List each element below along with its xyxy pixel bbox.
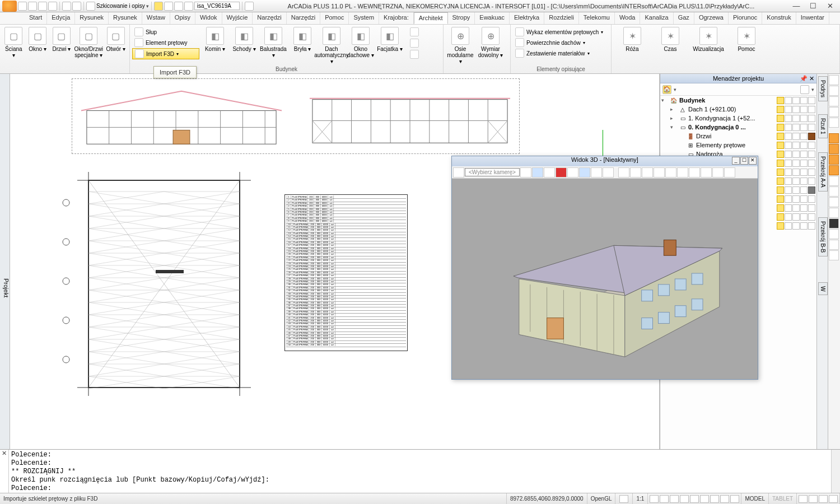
vtool-13[interactable] (829, 250, 839, 260)
qat-undo-icon[interactable] (62, 2, 71, 11)
pm-grid-icon[interactable] (800, 85, 809, 94)
ribbon-tab-stropy[interactable]: Stropy (448, 12, 475, 24)
ribbon-tab-konstruk[interactable]: Konstruk (762, 12, 796, 24)
v3-b13[interactable] (665, 167, 676, 178)
vtool-4[interactable] (829, 107, 839, 117)
rbtn-komin[interactable]: ◧Komin ▾ (200, 26, 230, 66)
rbtn-okno[interactable]: ▢Okno ▾ (26, 26, 49, 53)
rbtn-drzwi[interactable]: ▢Drzwi ▾ (50, 26, 73, 53)
ribbon-tab-woda[interactable]: Woda (615, 12, 641, 24)
ribbon-tab-wstaw[interactable]: Wstaw (142, 12, 170, 24)
st-j4[interactable] (829, 495, 838, 503)
side-tab-przekrój-a-a[interactable]: Przekrój A-A (818, 152, 828, 192)
ribbon-tab-edycja[interactable]: Edycja (47, 12, 75, 24)
st-j1[interactable] (799, 495, 808, 503)
st-i2[interactable] (660, 495, 669, 503)
qat-color-icon[interactable] (184, 2, 193, 11)
v3-b5[interactable] (567, 167, 578, 178)
rbtn-róża[interactable]: ✶Róża (614, 26, 651, 53)
v3-b10[interactable] (630, 167, 641, 178)
st-i1[interactable] (650, 495, 659, 503)
ribbon-tab-pomoc[interactable]: Pomoc (320, 12, 349, 24)
st-j3[interactable] (819, 495, 828, 503)
status-tablet[interactable]: TABLET (769, 493, 797, 504)
rbtn-ściana[interactable]: ▢Ściana ▾ (2, 26, 25, 59)
rbtn-zestawienie-materiałów[interactable]: Zestawienie materiałów ▾ (513, 48, 605, 58)
rbtn-otwór[interactable]: ▢Otwór ▾ (104, 26, 127, 53)
v3-b11[interactable] (642, 167, 653, 178)
view3d-min-icon[interactable]: _ (732, 157, 740, 165)
vtool-7[interactable] (829, 186, 839, 197)
sm-ico-b[interactable] (410, 39, 419, 48)
ribbon-tab-rysunek[interactable]: Rysunek (109, 12, 142, 24)
qat-print-icon[interactable] (48, 2, 57, 11)
ribbon-tab-rozdzieli[interactable]: Rozdzieli (544, 12, 579, 24)
ribbon-tab-ogrzewa[interactable]: Ogrzewa (694, 12, 729, 24)
rbtn-osie-modularne[interactable]: ⊕Osie modularne ▾ (446, 26, 475, 66)
qat-layer-name[interactable]: isa_VC9619A (194, 2, 240, 10)
v3-b15[interactable] (689, 167, 700, 178)
view3d-close-icon[interactable]: ✕ (749, 157, 757, 165)
status-model[interactable]: MODEL (741, 493, 769, 504)
qat-sketch-icon[interactable] (86, 2, 95, 11)
vtool-12[interactable] (829, 240, 839, 250)
qat-new-icon[interactable] (18, 2, 27, 11)
ribbon-tab-wyjście[interactable]: Wyjście (222, 12, 253, 24)
ribbon-tab-gaz[interactable]: Gaz (674, 12, 694, 24)
rbtn-import-f3d[interactable]: Import F3D ▾ (132, 48, 199, 59)
v3-b6[interactable] (579, 167, 590, 178)
v3-b18[interactable] (724, 167, 735, 178)
vtool-arc[interactable] (829, 144, 839, 154)
status-axes-icon[interactable] (619, 495, 628, 503)
rbtn-okno/drzwi specjalne[interactable]: ▢Okno/Drzwi specjalne ▾ (74, 26, 103, 59)
tree-row[interactable]: ▾🏠Budynek (660, 96, 816, 105)
view3d-max-icon[interactable]: ☐ (740, 157, 748, 165)
st-i6[interactable] (700, 495, 709, 503)
cmd-close-icon[interactable]: ✕ (0, 450, 9, 493)
tree-row[interactable]: ⊞Elementy prętowe (660, 141, 816, 150)
ribbon-tab-rysunek[interactable]: Rysunek (75, 12, 109, 24)
ribbon-tab-telekomu[interactable]: Telekomu (579, 12, 615, 24)
vtool-dim[interactable] (829, 165, 839, 175)
v3-cam-icon[interactable] (453, 167, 464, 178)
v3-b1[interactable] (520, 167, 531, 178)
sm-ico-c[interactable] (410, 50, 419, 59)
v3-b8[interactable] (603, 167, 614, 178)
st-i7[interactable] (710, 495, 719, 503)
v3-b7[interactable] (591, 167, 602, 178)
vtool-1[interactable] (829, 75, 839, 85)
qat-lock-icon[interactable] (174, 2, 183, 11)
rbtn-okno-dachowe[interactable]: ◧Okno dachowe ▾ (346, 26, 375, 66)
v3-b3[interactable] (544, 167, 555, 178)
rbtn-element-prętowy[interactable]: Element prętowy (132, 38, 199, 48)
rbtn-powierzchnie-dachów[interactable]: Powierzchnie dachów ▾ (513, 38, 605, 48)
vtool-9[interactable] (829, 208, 839, 218)
vtool-8[interactable] (829, 197, 839, 207)
rbtn-schody[interactable]: ◧Schody ▾ (230, 26, 259, 66)
command-log[interactable]: Polecenie: Polecenie: ** ROZCIĄGNIJ ** O… (9, 450, 831, 493)
vtool-3[interactable] (829, 96, 839, 106)
tree-row[interactable]: ▸▭1. Kondygnacja 1 (+52... (660, 114, 816, 123)
ribbon-tab-architekt[interactable]: Architekt (414, 12, 448, 24)
side-tab-podrys[interactable]: Podrys (818, 76, 828, 101)
rbtn-wizualizacja[interactable]: ✶Wizualizacja (690, 26, 727, 53)
st-j2[interactable] (809, 495, 818, 503)
qat-extra-icon[interactable] (245, 2, 254, 11)
rbtn-wykaz-elementów-prętowych[interactable]: Wykaz elementów prętowych ▾ (513, 27, 605, 37)
vtool-line[interactable] (829, 133, 839, 143)
side-tab-w[interactable]: W (818, 282, 828, 295)
side-tab-rzut-1[interactable]: Rzut 1 (818, 114, 828, 138)
v3-b4[interactable] (556, 167, 567, 178)
cmd-scrollbar[interactable] (831, 450, 840, 493)
tree-row[interactable]: 🚪Drzwi (660, 132, 816, 141)
st-i3[interactable] (670, 495, 679, 503)
ribbon-tab-krajobra:[interactable]: Krajobra: (379, 12, 414, 24)
rbtn-słup[interactable]: Słup (132, 27, 199, 37)
rbtn-pomoc[interactable]: ✶Pomoc (728, 26, 765, 53)
sm-ico-a[interactable] (410, 27, 419, 36)
tree-row[interactable]: ▾▭0. Kondygnacja 0 ... (660, 123, 816, 132)
st-i4[interactable] (680, 495, 689, 503)
ribbon-tab-widok[interactable]: Widok (195, 12, 222, 24)
qat-redo-icon[interactable] (72, 2, 81, 11)
v3-camera-select[interactable]: <Wybierz kamerę> (465, 168, 520, 176)
